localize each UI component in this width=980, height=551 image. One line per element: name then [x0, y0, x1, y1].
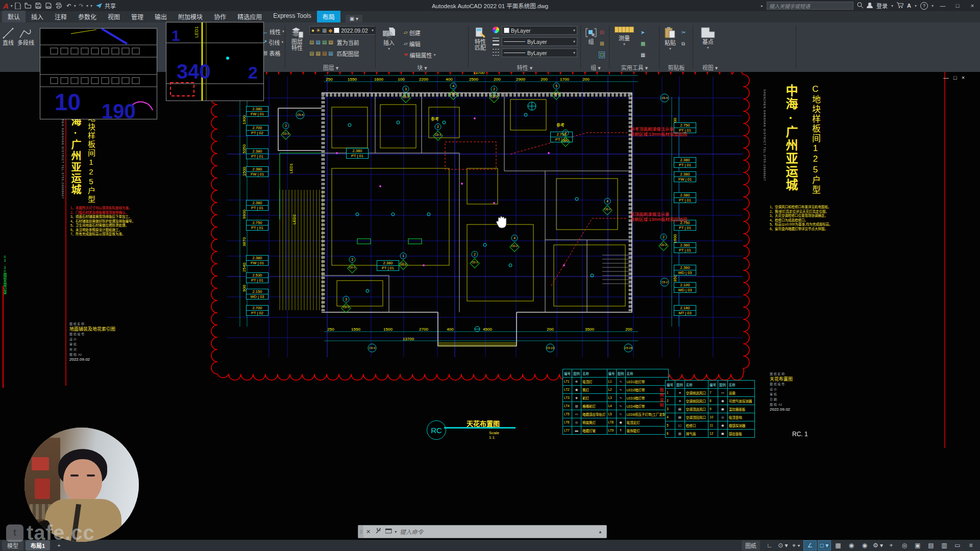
ribbon-tab-插入[interactable]: 插入: [26, 11, 49, 22]
ribbon-tab-布局[interactable]: 布局: [317, 11, 340, 22]
panel-label-utilities[interactable]: 实用工具 ▾: [611, 63, 658, 71]
match-properties-button[interactable]: 特性匹配: [470, 27, 491, 51]
status-icon-1[interactable]: ⊙ ▾: [777, 541, 789, 550]
ribbon-tab-管理[interactable]: 管理: [126, 11, 149, 22]
insert-block-button[interactable]: 插入▾: [378, 27, 400, 52]
status-icon-12[interactable]: ▤: [925, 541, 937, 550]
paper-space-button[interactable]: 图纸: [742, 540, 760, 550]
status-icon-11[interactable]: ▣: [912, 541, 924, 550]
command-close-icon[interactable]: ✕: [363, 529, 373, 535]
save-as-icon[interactable]: [43, 1, 54, 10]
panel-label-view[interactable]: 视图 ▾: [695, 63, 725, 71]
ribbon-tab-附加模块[interactable]: 附加模块: [173, 11, 208, 22]
block-edit-button[interactable]: ▱编辑: [404, 38, 421, 49]
ribbon-tab-协作[interactable]: 协作: [208, 11, 232, 22]
status-icon-5[interactable]: ▦: [832, 541, 844, 550]
quick-select-icon[interactable]: ➤: [641, 27, 645, 38]
table-button[interactable]: ▦表格: [262, 47, 285, 58]
help-icon[interactable]: ?: [920, 2, 928, 10]
drawing-restore-button[interactable]: □: [953, 74, 957, 81]
app-store-icon[interactable]: A: [907, 3, 911, 9]
status-icon-0[interactable]: ∟: [764, 541, 776, 550]
ribbon-tab-默认[interactable]: 默认: [2, 11, 26, 22]
linear-dim-button[interactable]: ↔线性▾: [262, 26, 285, 37]
panel-label-layers[interactable]: 图层 ▾: [287, 63, 375, 71]
status-icon-15[interactable]: ≡: [965, 541, 977, 550]
status-icon-13[interactable]: ▥: [938, 541, 950, 550]
layer-tool-icons-row1[interactable]: ▤▤▤▤ 置为当前: [309, 37, 359, 47]
panel-label-groups[interactable]: 组 ▾: [582, 63, 609, 71]
ribbon-tab-参数化[interactable]: 参数化: [72, 11, 102, 22]
status-icon-6[interactable]: ◉: [845, 541, 857, 550]
base-point-button[interactable]: 基点▾: [697, 27, 719, 51]
cad-text: 1500: [383, 327, 393, 332]
leader-button[interactable]: ↗引线▾: [262, 37, 285, 47]
command-line[interactable]: ⣿ ✕ ▾ 键入命令 ▲: [358, 525, 607, 538]
search-icon[interactable]: [857, 2, 863, 9]
linetype-dropdown[interactable]: ByLayer▾: [502, 48, 577, 57]
share-icon[interactable]: [94, 1, 105, 10]
layer-tool-icons-row2[interactable]: ▤▤▤▤ 匹配图层: [309, 48, 359, 59]
open-folder-icon[interactable]: [23, 1, 33, 10]
group-edit-icon[interactable]: ⊞: [600, 38, 604, 49]
new-file-icon[interactable]: [13, 1, 23, 10]
command-collapse-icon[interactable]: ▲: [594, 530, 606, 534]
user-icon[interactable]: [867, 2, 873, 9]
plot-icon[interactable]: [54, 1, 64, 10]
panel-label-clipboard[interactable]: 剪贴板: [661, 63, 692, 71]
autocad-logo[interactable]: A: [3, 2, 9, 10]
status-icon-10[interactable]: ◎: [898, 541, 911, 550]
qat-customize-caret-icon[interactable]: ▾: [90, 4, 92, 8]
copy-icon[interactable]: ⧉: [681, 38, 685, 49]
ribbon-display-toggle[interactable]: ▣ ▾: [346, 15, 362, 22]
search-expand-icon[interactable]: ▸: [761, 4, 763, 8]
ungroup-icon[interactable]: ⊟: [600, 27, 604, 38]
block-edit-attributes-button[interactable]: ❤编辑属性▾: [404, 49, 435, 60]
redo-icon[interactable]: ↷: [76, 1, 86, 10]
minimize-button[interactable]: —: [937, 3, 948, 9]
quick-calc-icon[interactable]: ▩: [641, 38, 645, 49]
group-select-icon[interactable]: ⊡: [599, 49, 605, 60]
status-icon-2[interactable]: ⌖ ▾: [790, 541, 802, 550]
ribbon-tab-输出[interactable]: 输出: [149, 11, 173, 22]
line-tool-button[interactable]: 直线: [2, 27, 14, 46]
ribbon-tab-视图[interactable]: 视图: [102, 11, 126, 22]
object-color-dropdown[interactable]: ByLayer▾: [502, 26, 577, 35]
ribbon-tab-Express Tools[interactable]: Express Tools: [267, 11, 316, 22]
help-search-input[interactable]: 键入关键字或短语: [767, 2, 853, 10]
ribbon-tab-注释[interactable]: 注释: [49, 11, 72, 22]
ribbon-tab-精选应用[interactable]: 精选应用: [232, 11, 267, 22]
restore-button[interactable]: □: [952, 3, 963, 9]
group-button[interactable]: 组: [583, 27, 599, 45]
command-line-grip[interactable]: ⣿: [358, 525, 363, 538]
status-icon-9[interactable]: +: [885, 541, 897, 550]
paste-button[interactable]: 粘贴▾: [661, 27, 679, 52]
calculator-icon[interactable]: ▦: [641, 49, 645, 60]
lineweight-dropdown[interactable]: ByLayer▾: [502, 37, 577, 46]
layer-properties-button[interactable]: 图层特性: [287, 27, 307, 51]
cut-icon[interactable]: ✂: [681, 27, 685, 38]
panel-label-block[interactable]: 块 ▾: [377, 63, 467, 71]
drawing-close-button[interactable]: ×: [962, 74, 965, 81]
layer-dropdown[interactable]: ●☀▦◆ 2022.09.02▾: [309, 26, 376, 35]
panel-label-properties[interactable]: 特性 ▾: [470, 63, 579, 71]
save-icon[interactable]: [33, 1, 43, 10]
status-icon-3[interactable]: ∠: [803, 540, 817, 550]
status-icon-14[interactable]: ▭: [951, 541, 964, 550]
recent-commands-icon[interactable]: [383, 529, 395, 535]
command-input[interactable]: 键入命令: [400, 528, 594, 536]
close-button[interactable]: ×: [967, 3, 978, 9]
command-tools-icon[interactable]: [373, 528, 383, 535]
right-sheet-stamp: 图 纸 名 称:天花布置图图 纸 编 号:设 计:审 核:日 期:图 幅: A2…: [770, 371, 826, 412]
undo-icon[interactable]: ↶: [64, 1, 74, 10]
signin-label[interactable]: 登录: [876, 2, 888, 10]
block-create-button[interactable]: ▱创建: [404, 27, 421, 38]
measure-button[interactable]: 测量▾: [613, 27, 635, 47]
share-label[interactable]: 共享: [105, 2, 116, 10]
status-icon-4[interactable]: □ ▾: [818, 540, 831, 550]
status-icon-7[interactable]: ◉: [859, 541, 871, 550]
drawing-minimize-button[interactable]: —: [943, 74, 949, 81]
status-icon-8[interactable]: ⚙ ▾: [872, 541, 884, 550]
cart-icon[interactable]: [897, 2, 903, 9]
polyline-tool-button[interactable]: 多段线: [17, 27, 34, 46]
